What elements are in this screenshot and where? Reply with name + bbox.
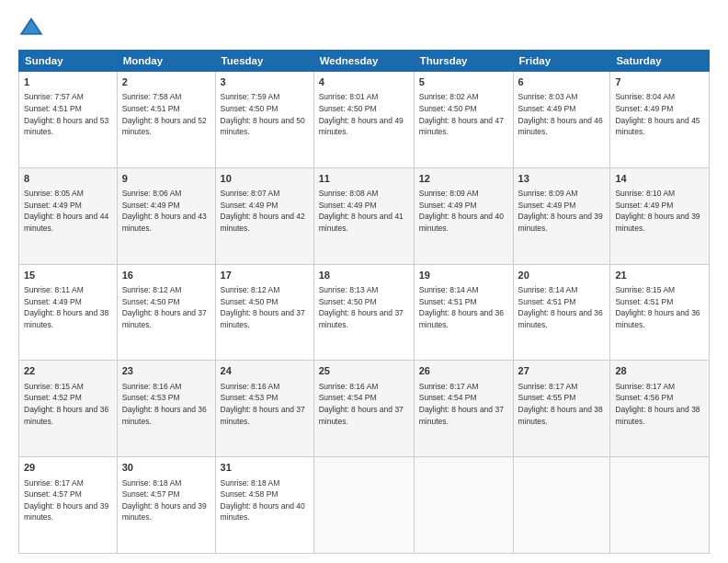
calendar: SundayMondayTuesdayWednesdayThursdayFrid… bbox=[18, 50, 710, 554]
table-row: 31Sunrise: 8:18 AMSunset: 4:58 PMDayligh… bbox=[215, 457, 313, 554]
day-header-wednesday: Wednesday bbox=[313, 51, 414, 72]
day-info: Sunrise: 7:57 AMSunset: 4:51 PMDaylight:… bbox=[24, 92, 108, 136]
day-number: 15 bbox=[24, 269, 112, 282]
day-info: Sunrise: 8:15 AMSunset: 4:52 PMDaylight:… bbox=[24, 382, 108, 426]
day-number: 2 bbox=[122, 75, 210, 89]
day-header-sunday: Sunday bbox=[19, 51, 118, 72]
day-info: Sunrise: 8:02 AMSunset: 4:50 PMDaylight:… bbox=[419, 92, 504, 136]
table-row: 22Sunrise: 8:15 AMSunset: 4:52 PMDayligh… bbox=[19, 361, 118, 457]
table-row: 10Sunrise: 8:07 AMSunset: 4:49 PMDayligh… bbox=[215, 167, 313, 264]
day-info: Sunrise: 8:12 AMSunset: 4:50 PMDaylight:… bbox=[221, 285, 305, 329]
table-row: 21Sunrise: 8:15 AMSunset: 4:51 PMDayligh… bbox=[610, 264, 710, 361]
day-number: 24 bbox=[221, 364, 309, 378]
day-header-saturday: Saturday bbox=[610, 51, 710, 72]
day-number: 4 bbox=[319, 75, 409, 89]
table-row: 24Sunrise: 8:16 AMSunset: 4:53 PMDayligh… bbox=[215, 361, 313, 457]
table-row: 6Sunrise: 8:03 AMSunset: 4:49 PMDaylight… bbox=[513, 72, 610, 168]
day-number: 28 bbox=[615, 364, 704, 378]
table-row: 16Sunrise: 8:12 AMSunset: 4:50 PMDayligh… bbox=[117, 264, 215, 361]
table-row bbox=[313, 457, 414, 554]
table-row: 14Sunrise: 8:10 AMSunset: 4:49 PMDayligh… bbox=[610, 167, 710, 264]
day-info: Sunrise: 8:17 AMSunset: 4:54 PMDaylight:… bbox=[419, 382, 504, 426]
day-number: 20 bbox=[518, 269, 606, 282]
table-row: 17Sunrise: 8:12 AMSunset: 4:50 PMDayligh… bbox=[215, 264, 313, 361]
day-info: Sunrise: 8:14 AMSunset: 4:51 PMDaylight:… bbox=[419, 285, 504, 329]
day-number: 6 bbox=[518, 75, 606, 89]
day-number: 21 bbox=[615, 269, 704, 282]
table-row: 18Sunrise: 8:13 AMSunset: 4:50 PMDayligh… bbox=[313, 264, 414, 361]
day-info: Sunrise: 8:05 AMSunset: 4:49 PMDaylight:… bbox=[24, 189, 108, 233]
day-number: 18 bbox=[319, 269, 409, 282]
day-info: Sunrise: 8:13 AMSunset: 4:50 PMDaylight:… bbox=[319, 285, 404, 329]
day-number: 1 bbox=[24, 75, 112, 89]
day-number: 31 bbox=[221, 461, 309, 475]
table-row: 2Sunrise: 7:58 AMSunset: 4:51 PMDaylight… bbox=[117, 72, 215, 168]
day-info: Sunrise: 8:03 AMSunset: 4:49 PMDaylight:… bbox=[518, 92, 603, 136]
day-info: Sunrise: 8:09 AMSunset: 4:49 PMDaylight:… bbox=[419, 189, 504, 233]
day-number: 22 bbox=[24, 364, 112, 378]
day-number: 11 bbox=[319, 172, 409, 186]
calendar-week-1: 1Sunrise: 7:57 AMSunset: 4:51 PMDaylight… bbox=[19, 72, 710, 168]
logo-icon bbox=[18, 15, 44, 40]
table-row: 23Sunrise: 8:16 AMSunset: 4:53 PMDayligh… bbox=[117, 361, 215, 457]
day-number: 17 bbox=[221, 269, 309, 282]
day-info: Sunrise: 8:18 AMSunset: 4:57 PMDaylight:… bbox=[122, 478, 207, 523]
page: SundayMondayTuesdayWednesdayThursdayFrid… bbox=[0, 0, 728, 563]
table-row bbox=[610, 457, 710, 554]
day-info: Sunrise: 8:10 AMSunset: 4:49 PMDaylight:… bbox=[615, 189, 700, 233]
table-row: 27Sunrise: 8:17 AMSunset: 4:55 PMDayligh… bbox=[513, 361, 610, 457]
day-header-monday: Monday bbox=[117, 51, 215, 72]
table-row: 8Sunrise: 8:05 AMSunset: 4:49 PMDaylight… bbox=[19, 167, 118, 264]
day-info: Sunrise: 8:18 AMSunset: 4:58 PMDaylight:… bbox=[221, 478, 305, 523]
table-row: 1Sunrise: 7:57 AMSunset: 4:51 PMDaylight… bbox=[19, 72, 118, 168]
table-row: 26Sunrise: 8:17 AMSunset: 4:54 PMDayligh… bbox=[414, 361, 513, 457]
day-info: Sunrise: 8:12 AMSunset: 4:50 PMDaylight:… bbox=[122, 285, 207, 329]
day-number: 30 bbox=[122, 461, 210, 475]
calendar-week-3: 15Sunrise: 8:11 AMSunset: 4:49 PMDayligh… bbox=[19, 264, 710, 361]
day-header-thursday: Thursday bbox=[414, 51, 513, 72]
table-row: 7Sunrise: 8:04 AMSunset: 4:49 PMDaylight… bbox=[610, 72, 710, 168]
table-row bbox=[414, 457, 513, 554]
table-row: 29Sunrise: 8:17 AMSunset: 4:57 PMDayligh… bbox=[19, 457, 118, 554]
calendar-header-row: SundayMondayTuesdayWednesdayThursdayFrid… bbox=[19, 51, 710, 72]
day-info: Sunrise: 8:16 AMSunset: 4:53 PMDaylight:… bbox=[122, 382, 207, 426]
day-number: 29 bbox=[24, 461, 112, 475]
day-number: 10 bbox=[221, 172, 309, 186]
table-row: 19Sunrise: 8:14 AMSunset: 4:51 PMDayligh… bbox=[414, 264, 513, 361]
day-info: Sunrise: 8:06 AMSunset: 4:49 PMDaylight:… bbox=[122, 189, 207, 233]
day-number: 14 bbox=[615, 172, 704, 186]
table-row: 25Sunrise: 8:16 AMSunset: 4:54 PMDayligh… bbox=[313, 361, 414, 457]
header bbox=[18, 15, 710, 40]
day-number: 25 bbox=[319, 364, 409, 378]
day-info: Sunrise: 7:59 AMSunset: 4:50 PMDaylight:… bbox=[221, 92, 305, 136]
day-info: Sunrise: 8:17 AMSunset: 4:57 PMDaylight:… bbox=[24, 478, 108, 523]
table-row: 11Sunrise: 8:08 AMSunset: 4:49 PMDayligh… bbox=[313, 167, 414, 264]
table-row bbox=[513, 457, 610, 554]
day-info: Sunrise: 8:07 AMSunset: 4:49 PMDaylight:… bbox=[221, 189, 305, 233]
day-info: Sunrise: 8:15 AMSunset: 4:51 PMDaylight:… bbox=[615, 285, 700, 329]
calendar-week-5: 29Sunrise: 8:17 AMSunset: 4:57 PMDayligh… bbox=[19, 457, 710, 554]
calendar-week-4: 22Sunrise: 8:15 AMSunset: 4:52 PMDayligh… bbox=[19, 361, 710, 457]
table-row: 9Sunrise: 8:06 AMSunset: 4:49 PMDaylight… bbox=[117, 167, 215, 264]
day-info: Sunrise: 8:09 AMSunset: 4:49 PMDaylight:… bbox=[518, 189, 603, 233]
table-row: 28Sunrise: 8:17 AMSunset: 4:56 PMDayligh… bbox=[610, 361, 710, 457]
day-header-friday: Friday bbox=[513, 51, 610, 72]
day-number: 16 bbox=[122, 269, 210, 282]
table-row: 20Sunrise: 8:14 AMSunset: 4:51 PMDayligh… bbox=[513, 264, 610, 361]
table-row: 15Sunrise: 8:11 AMSunset: 4:49 PMDayligh… bbox=[19, 264, 118, 361]
day-info: Sunrise: 8:17 AMSunset: 4:55 PMDaylight:… bbox=[518, 382, 603, 426]
table-row: 3Sunrise: 7:59 AMSunset: 4:50 PMDaylight… bbox=[215, 72, 313, 168]
day-info: Sunrise: 7:58 AMSunset: 4:51 PMDaylight:… bbox=[122, 92, 207, 136]
day-info: Sunrise: 8:08 AMSunset: 4:49 PMDaylight:… bbox=[319, 189, 404, 233]
day-info: Sunrise: 8:11 AMSunset: 4:49 PMDaylight:… bbox=[24, 285, 108, 329]
day-number: 12 bbox=[419, 172, 508, 186]
day-header-tuesday: Tuesday bbox=[215, 51, 313, 72]
table-row: 5Sunrise: 8:02 AMSunset: 4:50 PMDaylight… bbox=[414, 72, 513, 168]
logo bbox=[18, 15, 48, 40]
day-number: 19 bbox=[419, 269, 508, 282]
day-info: Sunrise: 8:01 AMSunset: 4:50 PMDaylight:… bbox=[319, 92, 404, 136]
table-row: 13Sunrise: 8:09 AMSunset: 4:49 PMDayligh… bbox=[513, 167, 610, 264]
day-number: 26 bbox=[419, 364, 508, 378]
day-number: 23 bbox=[122, 364, 210, 378]
day-number: 3 bbox=[221, 75, 309, 89]
